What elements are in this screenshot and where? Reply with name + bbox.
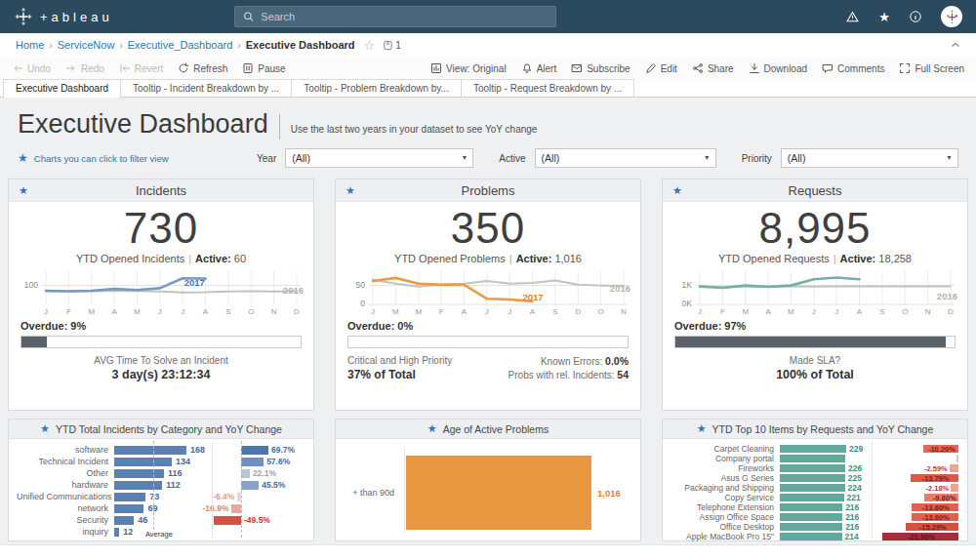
item-bar[interactable] — [780, 503, 842, 511]
month-tick: J — [808, 307, 820, 316]
redo-button[interactable]: Redo — [65, 62, 104, 74]
yoy-baseline — [241, 441, 242, 538]
undo-button[interactable]: Undo — [12, 62, 51, 74]
subscribe-button[interactable]: Subscribe — [571, 62, 630, 74]
problems-trend-chart[interactable]: 50020162017 — [344, 268, 632, 307]
top-nav: +ableau ★ — [0, 0, 976, 33]
tab-executive-dashboard[interactable]: Executive Dashboard — [3, 79, 121, 97]
category-bar-zone: 168 — [114, 446, 212, 455]
yoy-bar[interactable] — [231, 504, 241, 513]
bottom-scroll-strip — [0, 544, 976, 558]
item-bar[interactable] — [780, 513, 842, 521]
item-bar[interactable] — [780, 523, 842, 531]
item-bar-zone — [780, 455, 870, 462]
refresh-button[interactable]: Refresh — [178, 62, 227, 74]
problems-month-axis: JMMFAJJASDON — [344, 307, 632, 317]
item-bar[interactable] — [780, 445, 846, 453]
month-tick: D — [572, 307, 584, 316]
item-value: 229 — [849, 444, 863, 454]
yoy-value: -21.90% — [908, 533, 935, 541]
breadcrumb-project[interactable]: ServiceNow — [58, 39, 115, 51]
favorites-star-icon[interactable]: ★ — [878, 10, 890, 24]
info-icon[interactable] — [909, 10, 922, 23]
incidents-category-chart[interactable]: software16869.7%Technical Incident13457.… — [9, 439, 313, 541]
yoy-zone: -15.29% — [875, 523, 958, 531]
yoy-bar[interactable] — [950, 464, 958, 472]
incidents-category-panel: ★ YTD Total Incidents by Category and Yo… — [8, 419, 314, 541]
year-filter-select[interactable]: (All) — [285, 148, 473, 168]
item-row: Apple MacBook Pro 15"214-21.90% — [671, 532, 959, 541]
requests-trend-chart[interactable]: 1K0K2016 — [671, 268, 959, 307]
problems-stat-left-value: 37% of Total — [347, 368, 452, 381]
month-tick: A — [527, 307, 539, 316]
filter-hint[interactable]: ★ Charts you can click to filter view — [18, 151, 237, 165]
favorite-star-icon[interactable]: ☆ — [364, 38, 376, 53]
axis-line — [404, 448, 405, 534]
item-bar[interactable] — [780, 484, 845, 492]
breadcrumb-home[interactable]: Home — [16, 39, 44, 51]
category-bar[interactable] — [114, 481, 162, 490]
yoy-bar[interactable] — [241, 481, 259, 490]
month-tick: A — [200, 307, 212, 316]
yoy-bar[interactable] — [241, 446, 268, 455]
share-button[interactable]: Share — [692, 62, 734, 74]
item-label: Telephone Extension — [671, 502, 780, 512]
item-bar[interactable] — [780, 533, 842, 540]
item-bar[interactable] — [780, 455, 845, 462]
yoy-value: -2.18% — [925, 484, 949, 493]
tab-tooltip-problem-breakdown-by[interactable]: Tooltip - Problem Breakdown by... — [291, 79, 462, 97]
requests-stat-label: Made SLA? — [663, 355, 967, 366]
age-value: 1,016 — [597, 488, 621, 499]
category-bar[interactable] — [114, 446, 186, 455]
redo-icon — [65, 62, 77, 74]
full-screen-button[interactable]: Full Screen — [899, 62, 964, 74]
comments-button[interactable]: Comments — [822, 62, 884, 74]
user-avatar[interactable] — [941, 6, 962, 27]
yoy-bar[interactable] — [951, 484, 958, 492]
priority-filter-select[interactable]: (All) — [781, 148, 958, 168]
tab-tooltip-request-breakdown-by[interactable]: Tooltip - Request Breakdown by ... — [461, 79, 634, 97]
average-line — [153, 441, 154, 530]
collapse-chevron-icon[interactable] — [951, 41, 960, 49]
requests-top10-chart[interactable]: Carpet Cleaning229-10.20%Company portalF… — [663, 439, 967, 541]
alert-triangle-icon[interactable] — [845, 10, 860, 24]
search-input[interactable] — [261, 11, 548, 22]
edit-button[interactable]: Edit — [645, 62, 677, 74]
problems-age-chart[interactable]: + than 90d1,016 — [336, 439, 640, 541]
incidents-trend-chart[interactable]: 10020162017 — [17, 268, 305, 307]
category-bar[interactable] — [114, 528, 119, 537]
tableau-logo[interactable]: +ableau — [14, 7, 113, 26]
item-bar-zone: 216 — [780, 523, 870, 531]
tab-tooltip-incident-breakdown-by[interactable]: Tooltip - Incident Breakdown by ... — [120, 79, 292, 97]
item-label: Asus G Series — [671, 473, 780, 483]
category-bar[interactable] — [114, 493, 145, 501]
yoy-bar[interactable] — [214, 516, 241, 525]
item-bar[interactable] — [780, 474, 845, 482]
category-bar[interactable] — [114, 516, 134, 525]
age-bar[interactable] — [406, 456, 591, 530]
yoy-value: -13.79% — [922, 474, 950, 483]
item-bar-zone: 216 — [780, 513, 870, 521]
view-original-button[interactable]: View: Original — [430, 62, 507, 74]
search-box[interactable] — [234, 6, 556, 27]
priority-filter: Priority(All)▼ — [742, 148, 958, 168]
yoy-bar[interactable] — [241, 469, 250, 478]
category-bar[interactable] — [114, 458, 172, 466]
category-bar[interactable] — [114, 504, 143, 513]
refresh-icon — [178, 62, 189, 74]
alert-button[interactable]: Alert — [521, 62, 557, 74]
category-bar[interactable] — [114, 469, 164, 478]
category-bar-zone: 73 — [114, 493, 212, 501]
month-tick: O — [899, 307, 911, 316]
revert-button[interactable]: Revert — [119, 62, 163, 74]
star-icon: ★ — [40, 422, 50, 435]
item-bar[interactable] — [780, 464, 845, 472]
pause-button[interactable]: Pause — [242, 62, 285, 74]
yoy-bar[interactable] — [241, 458, 264, 466]
active-filter-label: Active — [499, 153, 525, 164]
item-bar[interactable] — [780, 494, 844, 501]
active-filter-select[interactable]: (All) — [535, 148, 716, 168]
item-value: 216 — [845, 522, 859, 532]
download-button[interactable]: Download — [749, 62, 807, 74]
breadcrumb-workbook[interactable]: Executive_Dashboard — [128, 39, 233, 51]
